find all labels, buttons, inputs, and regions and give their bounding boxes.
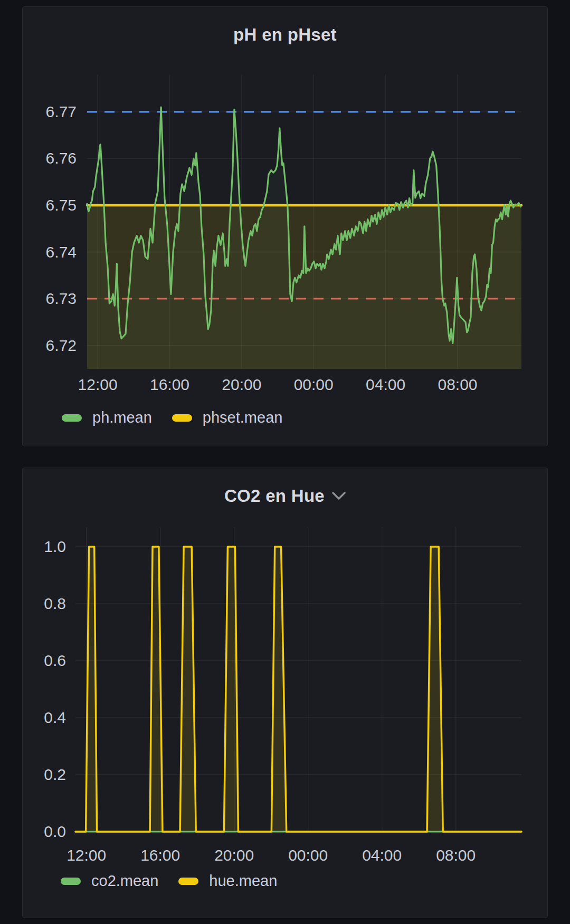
svg-text:12:00: 12:00	[78, 376, 118, 393]
svg-text:00:00: 00:00	[294, 376, 334, 393]
legend-co2: co2.mean hue.mean	[61, 872, 297, 890]
legend-label: phset.mean	[203, 409, 283, 426]
svg-text:16:00: 16:00	[140, 846, 180, 864]
dashboard: { "colors": { "page_bg": "#111217", "pan…	[0, 0, 570, 924]
svg-text:04:00: 04:00	[362, 846, 402, 864]
svg-text:0.6: 0.6	[44, 652, 66, 669]
svg-text:08:00: 08:00	[436, 846, 476, 864]
svg-text:08:00: 08:00	[438, 376, 477, 393]
legend-label: hue.mean	[209, 872, 277, 890]
svg-text:20:00: 20:00	[214, 846, 254, 864]
series-swatch-yellow	[172, 414, 192, 422]
svg-text:6.72: 6.72	[46, 337, 77, 354]
panel-ph-en-phset: pH en pHset 6.726.736.746.756.766.7712:0…	[22, 6, 548, 446]
svg-text:1.0: 1.0	[44, 538, 66, 555]
svg-text:00:00: 00:00	[288, 846, 328, 864]
legend-item-hue-mean[interactable]: hue.mean	[178, 872, 277, 890]
svg-text:16:00: 16:00	[150, 376, 189, 393]
svg-text:6.74: 6.74	[46, 243, 77, 261]
legend-label: co2.mean	[91, 872, 158, 890]
svg-text:0.4: 0.4	[44, 709, 66, 726]
svg-text:6.77: 6.77	[46, 103, 77, 120]
series-swatch-green	[61, 878, 81, 885]
legend-label: ph.mean	[92, 409, 152, 426]
svg-text:6.75: 6.75	[46, 196, 77, 214]
svg-text:6.76: 6.76	[46, 149, 77, 167]
legend-ph: ph.mean phset.mean	[62, 409, 302, 426]
legend-item-ph-mean[interactable]: ph.mean	[62, 409, 152, 426]
panel-co2-en-hue: CO2 en Hue 0.00.20.40.60.81.012:0016:002…	[22, 468, 548, 918]
svg-text:12:00: 12:00	[66, 846, 106, 864]
legend-item-phset-mean[interactable]: phset.mean	[172, 409, 283, 426]
co2-hue-chart[interactable]: 0.00.20.40.60.81.012:0016:0020:0000:0004…	[23, 468, 548, 919]
svg-text:0.8: 0.8	[44, 595, 66, 612]
series-swatch-green	[62, 414, 82, 422]
svg-text:20:00: 20:00	[222, 376, 261, 393]
ph-chart[interactable]: 6.726.736.746.756.766.7712:0016:0020:000…	[23, 7, 548, 447]
series-swatch-yellow	[178, 878, 198, 885]
svg-text:0.2: 0.2	[44, 766, 66, 783]
svg-text:0.0: 0.0	[44, 823, 66, 840]
legend-item-co2-mean[interactable]: co2.mean	[61, 872, 158, 890]
svg-text:6.73: 6.73	[46, 290, 77, 307]
svg-text:04:00: 04:00	[366, 376, 405, 393]
